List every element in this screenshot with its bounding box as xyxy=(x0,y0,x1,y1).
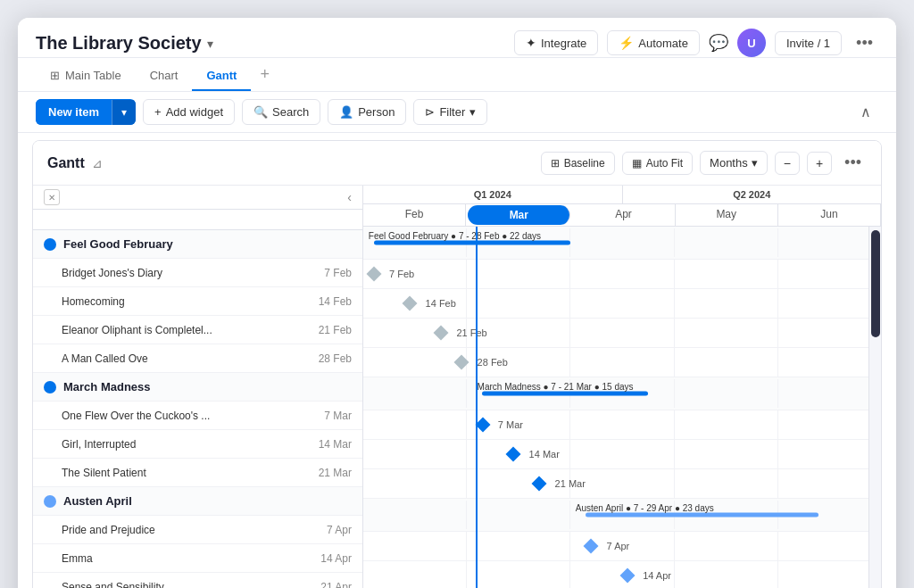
item-name: Pride and Prejudice xyxy=(62,524,295,536)
list-item[interactable]: Emma 14 Apr xyxy=(33,544,362,573)
list-item[interactable]: One Flew Over the Cuckoo's ... 7 Mar xyxy=(33,402,362,430)
invite-button[interactable]: Invite / 1 xyxy=(775,31,842,55)
diamond-label-pride: 7 Apr xyxy=(607,541,630,551)
tab-chart[interactable]: Chart xyxy=(136,60,193,91)
item-date: 7 Feb xyxy=(303,267,352,279)
gantt-filter-icon[interactable]: ⊿ xyxy=(92,156,103,170)
search-icon: 🔍 xyxy=(253,105,268,119)
new-item-dropdown-button[interactable]: ▾ xyxy=(112,100,136,125)
integrate-button[interactable]: ✦ Integrate xyxy=(514,30,598,55)
item-date: 21 Feb xyxy=(303,324,352,336)
list-item[interactable]: The Silent Patient 21 Mar xyxy=(33,459,362,487)
gantt-title-area: Gantt ⊿ xyxy=(47,155,103,171)
automate-icon: ⚡ xyxy=(619,36,634,50)
timeline-scroll-area[interactable]: Feel Good February ● 7 - 28 Feb ● 22 day… xyxy=(363,227,881,588)
diamond-label-eleanor: 21 Feb xyxy=(456,327,486,338)
scrollbar-thumb[interactable] xyxy=(871,230,880,337)
scrollbar[interactable] xyxy=(868,227,881,588)
item-date: 21 Apr xyxy=(303,581,352,589)
list-item[interactable]: Eleanor Oliphant is Completel... 21 Feb xyxy=(33,316,362,344)
item-name: Eleanor Oliphant is Completel... xyxy=(62,324,295,336)
tab-gantt[interactable]: Gantt xyxy=(192,60,251,91)
integrate-icon: ✦ xyxy=(526,36,536,50)
new-item-main-button[interactable]: New item xyxy=(36,99,112,125)
collapse-left-icon[interactable]: ✕ xyxy=(44,189,60,205)
timeline-group-austen-april: Austen April ● 7 - 29 Apr ● 23 days xyxy=(363,499,881,532)
chevron-down-icon[interactable]: ▾ xyxy=(207,37,213,51)
main-table-icon: ⊞ xyxy=(50,69,60,82)
month-may: May xyxy=(676,204,778,226)
item-name: Emma xyxy=(62,552,295,565)
more-options-icon[interactable]: ••• xyxy=(851,30,878,56)
months-select[interactable]: Months ▾ xyxy=(700,151,768,175)
list-item[interactable]: Sense and Sensibility 21 Apr xyxy=(33,573,362,588)
timeline-item-row: 7 Feb xyxy=(363,260,881,289)
collapse-toolbar-button[interactable]: ∧ xyxy=(853,100,878,124)
diamond-label-homecoming: 14 Feb xyxy=(426,298,456,309)
new-item-button[interactable]: New item ▾ xyxy=(36,99,136,125)
top-header: The Library Society ▾ ✦ Integrate ⚡ Auto… xyxy=(18,18,896,58)
item-name: A Man Called Ove xyxy=(62,352,295,365)
chat-icon[interactable]: 💬 xyxy=(709,33,728,53)
item-date: 7 Mar xyxy=(303,410,352,422)
search-button[interactable]: 🔍 Search xyxy=(242,99,320,125)
group-row-march-madness: March Madness xyxy=(33,373,362,402)
item-date: 7 Apr xyxy=(303,524,352,536)
toolbar-left: New item ▾ + Add widget 🔍 Search 👤 Perso… xyxy=(36,99,487,125)
month-jun: Jun xyxy=(778,204,881,226)
tab-add-button[interactable]: + xyxy=(251,58,278,91)
item-date: 14 Feb xyxy=(303,295,352,308)
timeline-col xyxy=(778,228,881,257)
avatar[interactable]: U xyxy=(737,29,766,57)
gantt-right-panel: Q1 2024 Q2 2024 Feb Mar Apr May Jun xyxy=(363,186,881,588)
baseline-button[interactable]: ⊞ Baseline xyxy=(541,152,615,175)
diamond-label-silent: 21 Mar xyxy=(555,478,586,489)
list-item[interactable]: Girl, Interrupted 14 Mar xyxy=(33,430,362,459)
gantt-more-icon[interactable]: ••• xyxy=(839,150,867,176)
tab-main-table[interactable]: ⊞ Main Table xyxy=(36,60,136,91)
list-item[interactable]: Pride and Prejudice 7 Apr xyxy=(33,516,362,544)
tabs-bar: ⊞ Main Table Chart Gantt + xyxy=(18,58,896,92)
zoom-plus-button[interactable]: + xyxy=(807,152,832,175)
month-apr: Apr xyxy=(572,204,675,226)
gantt-timeline-header: Q1 2024 Q2 2024 Feb Mar Apr May Jun xyxy=(363,186,881,227)
baseline-icon: ⊞ xyxy=(551,157,560,170)
zoom-minus-button[interactable]: − xyxy=(775,152,800,175)
timeline-group-feel-good-feb: Feel Good February ● 7 - 28 Feb ● 22 day… xyxy=(363,227,881,260)
timeline-item-row: 14 Apr xyxy=(363,561,881,588)
quarter-q1: Q1 2024 xyxy=(363,186,623,203)
item-date: 14 Apr xyxy=(303,552,352,565)
diamond-label-bridget: 7 Feb xyxy=(389,269,414,279)
back-arrow-icon[interactable]: ‹ xyxy=(347,190,352,204)
filter-chevron-icon: ▾ xyxy=(469,105,476,119)
month-feb: Feb xyxy=(363,204,466,226)
gantt-body: ✕ ‹ Feel Good February Bridget Jones's D… xyxy=(33,186,881,588)
gantt-container: Gantt ⊿ ⊞ Baseline ▦ Auto Fit Months ▾ −… xyxy=(32,140,882,588)
group-bar-march-madness xyxy=(482,392,648,396)
group-bar-label-feel-good-feb: Feel Good February ● 7 - 28 Feb ● 22 day… xyxy=(369,231,541,241)
item-name: One Flew Over the Cuckoo's ... xyxy=(62,410,295,422)
gantt-controls: ⊞ Baseline ▦ Auto Fit Months ▾ − + ••• xyxy=(541,150,867,176)
timeline-item-row: 7 Apr xyxy=(363,532,881,561)
toolbar: New item ▾ + Add widget 🔍 Search 👤 Perso… xyxy=(18,92,896,133)
timeline-col xyxy=(675,228,778,257)
list-item[interactable]: A Man Called Ove 28 Feb xyxy=(33,344,362,373)
group-dot-feel-good-feb xyxy=(44,238,56,251)
diamond-label-girl: 14 Mar xyxy=(529,449,560,460)
filter-button[interactable]: ⊳ Filter ▾ xyxy=(413,99,487,125)
list-item[interactable]: Bridget Jones's Diary 7 Feb xyxy=(33,259,362,287)
group-name-austen-april: Austen April xyxy=(63,494,132,508)
group-name-feel-good-feb: Feel Good February xyxy=(63,237,173,251)
timeline-item-row: 14 Feb xyxy=(363,289,881,319)
automate-button[interactable]: ⚡ Automate xyxy=(607,30,700,55)
add-widget-button[interactable]: + Add widget xyxy=(143,99,235,125)
header-left: The Library Society ▾ xyxy=(36,33,213,54)
auto-fit-button[interactable]: ▦ Auto Fit xyxy=(622,152,693,175)
month-mar: Mar xyxy=(468,205,570,225)
item-name: Bridget Jones's Diary xyxy=(62,267,295,279)
list-item[interactable]: Homecoming 14 Feb xyxy=(33,287,362,316)
group-bar-austen-april xyxy=(586,513,818,518)
gantt-header-bar: Gantt ⊿ ⊞ Baseline ▦ Auto Fit Months ▾ −… xyxy=(33,141,881,186)
person-button[interactable]: 👤 Person xyxy=(328,99,406,125)
group-dot-march-madness xyxy=(44,381,56,393)
